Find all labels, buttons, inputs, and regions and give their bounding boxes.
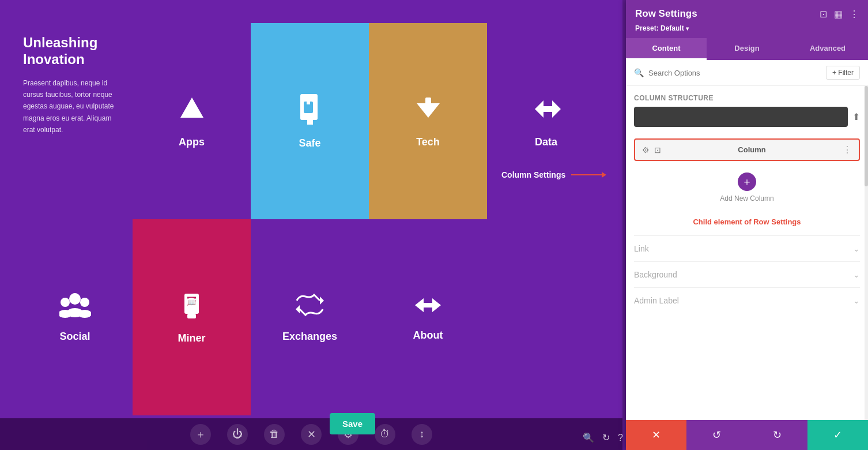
power-icon[interactable]: ⏻ — [227, 424, 248, 445]
confirm-icon: ✓ — [833, 429, 842, 441]
tile-social[interactable]: Social — [17, 219, 133, 415]
column-structure-label: Column Structure — [634, 94, 860, 102]
copy-icon[interactable]: ⊡ — [654, 145, 661, 155]
tile-data[interactable]: Data — [487, 23, 605, 219]
heading: Unleashing Inovation — [23, 35, 121, 68]
svg-point-9 — [61, 298, 70, 307]
add-column-button[interactable]: ＋ — [738, 172, 756, 191]
accordion-admin-arrow: ⌄ — [853, 296, 860, 305]
search-input[interactable] — [648, 69, 821, 77]
data-label: Data — [535, 136, 557, 148]
confirm-button[interactable]: ✓ — [807, 420, 868, 450]
accordion-admin-header[interactable]: Admin Label ⌄ — [634, 296, 860, 305]
panel-scroll-area: Column Structure ⬆ ⚙ ⊡ Column ⋮ ＋ Add Ne… — [626, 86, 868, 420]
refresh-br-icon[interactable]: ↻ — [602, 432, 610, 443]
tile-miner[interactable]: 📖 Miner — [133, 219, 251, 415]
svg-rect-4 — [307, 99, 310, 104]
delete-icon[interactable]: 🗑 — [264, 424, 285, 445]
svg-rect-2 — [307, 120, 313, 125]
column-structure-row: ⬆ — [634, 107, 860, 127]
accordion-background-header[interactable]: Background ⌄ — [634, 270, 860, 279]
svg-point-11 — [80, 298, 89, 307]
tile-grid: Unleashing Inovation Praesent dapibus, n… — [17, 23, 605, 415]
panel-search-bar: 🔍 + Filter — [626, 60, 868, 86]
more-icon[interactable]: ⋮ — [850, 9, 859, 20]
tab-content[interactable]: Content — [626, 38, 707, 60]
svg-marker-22 — [320, 297, 324, 305]
column-item-name: Column — [661, 145, 843, 154]
panel-header: Row Settings ⊡ ▦ ⋮ Preset: Default ▾ — [626, 0, 868, 38]
close-icon[interactable]: ✕ — [301, 424, 322, 445]
panel-content: Column Structure ⬆ ⚙ ⊡ Column ⋮ ＋ Add Ne… — [626, 86, 868, 321]
svg-point-14 — [78, 310, 91, 318]
svg-text:📖: 📖 — [187, 298, 196, 306]
redo-button[interactable]: ↻ — [747, 420, 807, 450]
accordion-background-title: Background — [634, 270, 677, 279]
gear-icon[interactable]: ⚙ — [642, 145, 650, 155]
about-icon — [412, 294, 444, 322]
resize-icon[interactable]: ⊡ — [820, 9, 827, 20]
miner-icon: 📖 — [179, 291, 205, 325]
safe-icon — [296, 93, 324, 130]
panel-header-icons: ⊡ ▦ ⋮ — [820, 9, 859, 20]
child-element-label: Child element of Row Settings — [634, 217, 860, 226]
body-text: Praesent dapibus, neque id cursus faucib… — [23, 77, 121, 136]
filter-button[interactable]: + Filter — [826, 66, 860, 80]
column-settings-label: Column Settings — [501, 170, 565, 179]
svg-marker-6 — [417, 103, 440, 118]
safe-label: Safe — [299, 137, 320, 149]
accordion-link-arrow: ⌄ — [853, 244, 860, 253]
add-column-label: Add New Column — [720, 194, 773, 202]
column-settings-callout: Column Settings — [501, 170, 603, 179]
about-label: About — [413, 329, 443, 342]
save-button[interactable]: Save — [330, 413, 375, 434]
cancel-button[interactable]: ✕ — [626, 420, 686, 450]
panel-tabs: Content Design Advanced — [626, 38, 868, 60]
help-br-icon[interactable]: ? — [618, 433, 623, 443]
panel-preset: Preset: Default ▾ — [635, 24, 859, 32]
apps-label: Apps — [179, 136, 205, 148]
column-item-icons: ⚙ ⊡ — [642, 145, 661, 155]
add-icon[interactable]: ＋ — [190, 424, 211, 445]
svg-rect-7 — [425, 97, 431, 104]
scrollbar-thumb — [865, 86, 868, 186]
history-icon[interactable]: ⏱ — [375, 424, 395, 445]
panel-footer: ✕ ↺ ↻ ✓ — [626, 420, 868, 450]
search-icon: 🔍 — [634, 68, 644, 77]
bottom-right-controls: 🔍 ↻ ? Save — [583, 432, 623, 443]
tech-icon — [414, 95, 443, 129]
svg-rect-19 — [187, 314, 196, 318]
column-item-more[interactable]: ⋮ — [843, 144, 852, 155]
accordion-admin-title: Admin Label — [634, 296, 679, 305]
apps-icon — [178, 95, 206, 129]
accordion-link: Link ⌄ — [634, 235, 860, 261]
svg-point-5 — [308, 105, 312, 110]
column-structure-arrow-icon: ⬆ — [852, 111, 860, 122]
exchanges-label: Exchanges — [282, 331, 337, 343]
search-br-icon[interactable]: 🔍 — [583, 432, 594, 443]
svg-point-10 — [69, 293, 81, 305]
accordion-background: Background ⌄ — [634, 261, 860, 287]
text-block: Unleashing Inovation Praesent dapibus, n… — [17, 23, 133, 219]
accordion-link-header[interactable]: Link ⌄ — [634, 244, 860, 253]
tile-apps[interactable]: Apps — [133, 23, 251, 219]
undo-button[interactable]: ↺ — [686, 420, 747, 450]
svg-marker-23 — [296, 305, 300, 313]
data-icon — [532, 95, 561, 129]
exchanges-icon — [294, 292, 326, 324]
layout-icon[interactable]: ↕ — [412, 424, 432, 445]
tab-advanced[interactable]: Advanced — [787, 38, 868, 60]
tile-safe[interactable]: Safe — [251, 23, 369, 219]
column-structure-select[interactable] — [634, 107, 848, 127]
tech-label: Tech — [416, 136, 440, 148]
tile-tech[interactable]: Tech — [369, 23, 487, 219]
tab-design[interactable]: Design — [707, 38, 787, 60]
accordion-background-arrow: ⌄ — [853, 270, 860, 279]
scrollbar — [865, 86, 868, 420]
tile-exchanges[interactable]: Exchanges — [251, 219, 369, 415]
columns-icon[interactable]: ▦ — [834, 9, 843, 20]
tile-about[interactable]: About — [369, 219, 487, 415]
social-icon — [59, 292, 91, 324]
add-column-area: ＋ Add New Column — [634, 163, 860, 212]
social-label: Social — [59, 331, 90, 343]
